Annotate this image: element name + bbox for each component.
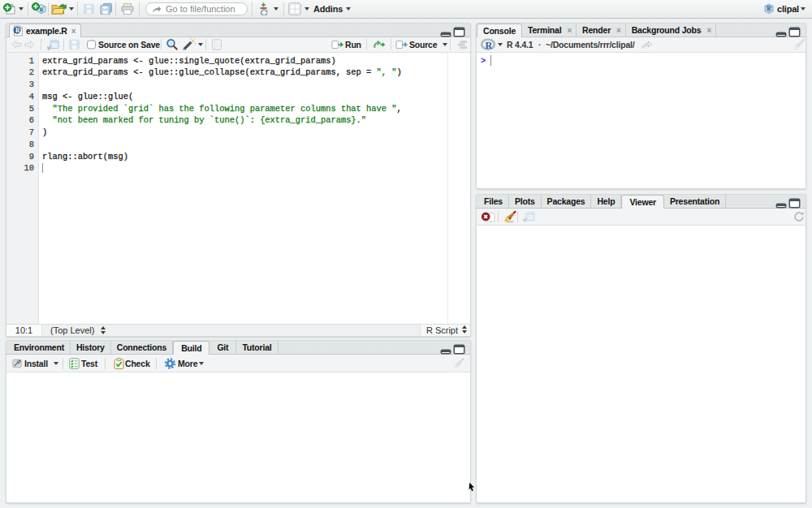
- svg-text:R: R: [767, 5, 771, 12]
- svg-text:R: R: [486, 40, 493, 51]
- svg-text:R: R: [15, 27, 20, 34]
